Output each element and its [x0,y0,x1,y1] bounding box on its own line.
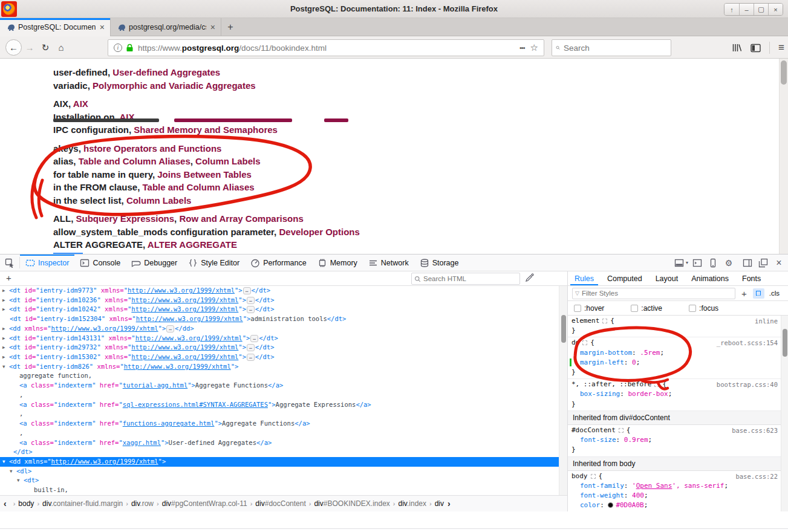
back-button[interactable]: ← [5,39,22,56]
devtools-tab-inspector[interactable]: Inspector [20,255,74,271]
breadcrumb-item[interactable]: div.index [399,499,426,508]
collapse-arrow-icon[interactable]: ▼ [17,476,24,485]
rule-source-link[interactable]: base.css:22 [735,472,778,481]
rule-selector[interactable]: #docContent [571,426,616,434]
pick-element-icon[interactable] [0,255,19,271]
inline-ellipsis-icon[interactable]: … [247,306,255,313]
breadcrumb-item[interactable]: div#docContent [255,499,305,508]
tab-layout[interactable]: Layout [649,271,685,285]
expand-arrow-icon[interactable]: ▶ [2,305,9,314]
markup-node[interactable]: <a class="indexterm" href="sql-expressio… [0,400,567,410]
index-link[interactable]: Polymorphic and Variadic Aggregates [93,80,256,91]
tab-close-icon[interactable]: × [209,22,217,32]
markup-node[interactable]: ▼<dl> [0,467,567,476]
breadcrumb-item[interactable]: div.row [131,499,154,508]
markup-node[interactable]: <dt id="ientry-idm152304" xmlns="http://… [0,314,567,324]
search-html-box[interactable] [411,273,520,285]
hamburger-menu-icon[interactable]: ≡ [778,42,784,54]
css-property[interactable]: font-size: 0.9rem; [568,435,781,445]
library-icon[interactable] [732,43,742,53]
devtools-tab-console[interactable]: Console [74,255,126,271]
index-link[interactable]: Table and Column Aliases [79,156,190,166]
browser-tab-1[interactable]: PostgreSQL: Documentati × [0,18,111,36]
devtools-tab-performance[interactable]: Performance [245,255,312,271]
pseudo-active[interactable]: :active [631,304,662,313]
inline-ellipsis-icon[interactable]: … [250,335,258,342]
index-link[interactable]: Subquery Expressions [76,213,175,224]
css-property[interactable]: font-weight: 400; [568,491,781,501]
rule-source-link[interactable]: base.css:623 [732,426,778,435]
expand-arrow-icon[interactable]: ▶ [2,352,9,362]
close-devtools-icon[interactable]: × [772,258,786,268]
close-window-button[interactable]: × [768,4,783,15]
markup-scrollbar[interactable] [559,286,567,495]
minimize-button[interactable]: – [739,4,754,15]
inline-ellipsis-icon[interactable]: … [247,297,255,304]
markup-node[interactable]: ▶<dt id="ientry-idm15302" xmlns="http://… [0,352,567,362]
highlight-selector-icon[interactable] [591,474,596,479]
index-link[interactable]: ALTER AGGREGATE [148,239,237,250]
pseudo-focus[interactable]: :focus [689,304,718,313]
rule-selector[interactable]: dd [571,339,579,346]
highlight-selector-icon[interactable] [619,428,624,433]
devtools-tab-debugger[interactable]: Debugger [126,255,183,271]
index-link[interactable]: hstore Operators and Functions [83,143,221,154]
settings-gear-icon[interactable]: ⚙ [722,258,735,268]
index-link[interactable]: Joins Between Tables [157,169,252,180]
css-property[interactable]: font-family: 'Open Sans', sans-serif; [568,481,781,491]
breadcrumb-item[interactable]: div.container-fluid.margin [42,499,123,508]
devtools-tab-network[interactable]: Network [363,255,414,271]
breadcrumb-item[interactable]: body [18,499,34,508]
breadcrumb-item[interactable]: div#pgContentWrap.col-11 [162,499,247,508]
page-scrollbar-thumb[interactable] [781,60,787,85]
highlight-selector-icon[interactable] [654,382,659,387]
index-link[interactable]: Developer Options [279,227,359,237]
index-link[interactable]: Column Labels [195,156,261,166]
tab-animations[interactable]: Animations [685,271,735,285]
browser-tab-2[interactable]: postgresql.org/media/css × [111,18,221,36]
expand-arrow-icon[interactable]: ▶ [2,334,9,343]
index-link[interactable]: Shared Memory and Semaphores [134,125,278,135]
collapse-arrow-icon[interactable]: ▼ [10,467,16,476]
collapse-arrow-icon[interactable]: ▼ [2,362,9,372]
css-property[interactable]: font-size: 11.5pt;▽ [568,511,781,511]
site-info-icon[interactable]: i [114,44,122,52]
expand-arrow-icon[interactable]: ▶ [2,343,9,352]
markup-node[interactable]: ▶<dt id="ientry-idm143131" xmlns="http:/… [0,334,567,343]
new-tab-button[interactable]: + [221,18,239,36]
maximize-button[interactable]: ▢ [754,4,768,15]
css-property[interactable]: color: #0D0A0B; [568,501,781,510]
markup-node[interactable]: built-in, [0,485,567,495]
inline-ellipsis-icon[interactable]: … [247,344,255,351]
dock-caret-icon[interactable]: ▾ [686,260,688,265]
eyedropper-icon[interactable] [525,273,534,284]
markup-node[interactable]: <a class="indexterm" href="functions-agg… [0,419,567,429]
expand-arrow-icon[interactable]: ▶ [2,296,9,305]
markup-node[interactable]: <a class="indexterm" href="xaggr.html">U… [0,438,567,448]
markup-node[interactable]: ▶<dt id="ientry-idm10242" xmlns="http://… [0,305,567,314]
split-console-icon[interactable] [691,258,704,268]
index-link[interactable]: User-defined Aggregates [112,67,220,77]
inline-ellipsis-icon[interactable]: … [166,325,174,332]
breadcrumb-item[interactable]: div#BOOKINDEX.index [314,499,389,508]
tab-fonts[interactable]: Fonts [735,271,767,285]
markup-scrollbar-thumb[interactable] [561,315,566,343]
markup-node[interactable]: aggregate function, [0,371,567,381]
filter-styles-box[interactable]: ▽ [572,288,735,299]
forward-button[interactable]: → [22,39,37,56]
markup-node-selected[interactable]: ▼<dd xmlns="http://www.w3.org/1999/xhtml… [0,457,567,467]
color-swatch[interactable] [608,502,613,508]
focus-checkbox[interactable] [689,305,696,312]
url-bar[interactable]: i https://www.postgresql.org/docs/11/boo… [108,39,544,56]
tab-close-icon[interactable]: × [98,22,106,32]
markup-node[interactable]: </dt> [0,447,567,457]
css-property[interactable]: margin-bottom: .5rem; [568,348,781,358]
pseudo-hover[interactable]: :hover [574,304,604,313]
markup-node[interactable]: , [0,409,567,419]
rule-source-link[interactable]: inline [755,316,778,326]
index-link[interactable]: Row and Array Comparisons [179,213,303,224]
highlight-selector-icon[interactable] [602,319,607,323]
reload-button[interactable]: ↻ [37,39,53,56]
rule-selector[interactable]: element [571,317,599,325]
inline-ellipsis-icon[interactable]: … [243,287,251,294]
